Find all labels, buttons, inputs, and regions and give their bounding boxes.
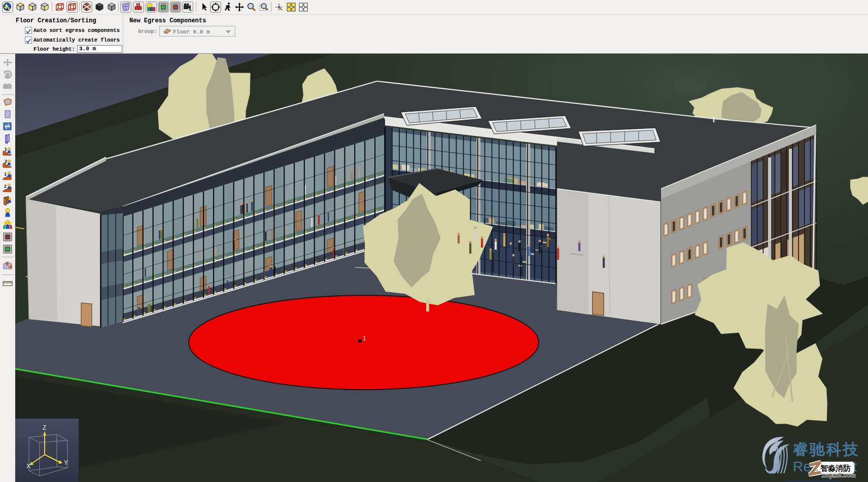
svg-text:X: X (26, 463, 30, 470)
svg-text:Floor 0.0 m: Floor 0.0 m (173, 29, 210, 35)
svg-text:智淼消防: 智淼消防 (820, 464, 851, 472)
svg-text:Z: Z (43, 424, 46, 431)
svg-text:睿驰科技: 睿驰科技 (792, 441, 860, 458)
svg-text:1: 1 (4, 171, 7, 177)
svg-text:1: 1 (363, 335, 366, 342)
svg-text:zmjax8.com: zmjax8.com (821, 472, 856, 479)
svg-text:2: 2 (4, 184, 7, 189)
svg-text:1: 1 (5, 147, 7, 152)
svg-text:Y: Y (64, 459, 68, 466)
svg-text:2: 2 (5, 159, 7, 164)
